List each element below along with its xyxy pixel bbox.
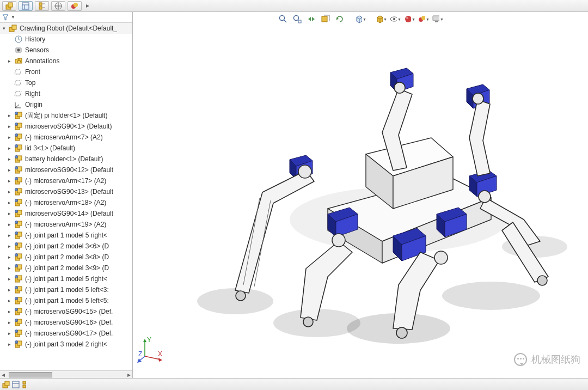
expander-icon[interactable]: ▸ bbox=[7, 58, 12, 64]
svg-rect-75 bbox=[17, 297, 22, 302]
part-icon bbox=[14, 307, 23, 316]
tree-item[interactable]: ▸(-) microservoSG90<16> (Def. bbox=[0, 317, 132, 328]
tree-item[interactable]: ▸microservoSG90<14> (Default bbox=[0, 208, 132, 219]
svg-marker-120 bbox=[143, 339, 146, 342]
scrollbar-thumb[interactable] bbox=[9, 372, 52, 377]
expander-icon[interactable]: ▸ bbox=[7, 189, 12, 194]
expander-icon[interactable]: ▾ bbox=[1, 26, 7, 31]
tab-feature-manager[interactable] bbox=[19, 1, 33, 11]
tree-item[interactable]: ▸microservoSG90<13> (Default bbox=[0, 186, 132, 197]
tree-item[interactable]: Top bbox=[0, 77, 132, 88]
svg-point-58 bbox=[15, 232, 18, 235]
filter-icon[interactable] bbox=[2, 14, 9, 21]
expander-icon[interactable]: ▸ bbox=[7, 211, 12, 216]
tree-item[interactable]: ▸(-) joint part 1 model 5 left<5: bbox=[0, 295, 132, 306]
svg-point-106 bbox=[442, 282, 540, 310]
part-icon bbox=[14, 111, 23, 120]
tree-item-label: (-) joint part 1 model 5 right< bbox=[25, 275, 107, 283]
expander-icon[interactable]: ▸ bbox=[7, 124, 12, 129]
tree-item[interactable]: Right bbox=[0, 88, 132, 99]
tree-item-label: Right bbox=[25, 90, 40, 97]
tree-item[interactable]: ▸(-) microservoSG90<17> (Def. bbox=[0, 328, 132, 339]
tree-item[interactable]: ▸(-) microservoArm<7> (A2) bbox=[0, 132, 132, 143]
tab-assembly[interactable] bbox=[2, 1, 16, 11]
tree-item[interactable]: Front bbox=[0, 66, 132, 77]
expander-icon[interactable]: ▸ bbox=[7, 178, 12, 184]
expander-icon[interactable]: ▸ bbox=[7, 135, 12, 140]
tab-expand[interactable] bbox=[84, 1, 91, 11]
svg-point-31 bbox=[15, 134, 18, 137]
expander-icon[interactable]: ▸ bbox=[7, 156, 12, 162]
tree-item[interactable]: ▸(-) microservoArm<19> (A2) bbox=[0, 219, 132, 230]
expander-icon[interactable]: ▸ bbox=[7, 167, 12, 173]
tab-property-manager[interactable] bbox=[35, 1, 49, 11]
tree-item[interactable]: ▸(-) joint part 1 model 5 right< bbox=[0, 273, 132, 284]
svg-point-98 bbox=[406, 17, 408, 19]
tree-item[interactable]: ▸microservoSG90<1> (Default) bbox=[0, 121, 132, 132]
svg-point-52 bbox=[15, 210, 18, 213]
tree-item[interactable]: ▸(-) microservoSG90<15> (Def. bbox=[0, 306, 132, 317]
tree-item[interactable]: Origin bbox=[0, 99, 132, 110]
svg-rect-39 bbox=[17, 167, 22, 171]
expander-icon[interactable]: ▸ bbox=[7, 265, 12, 271]
bottom-tab-model[interactable] bbox=[2, 381, 10, 388]
svg-rect-48 bbox=[17, 199, 22, 204]
expander-icon[interactable]: ▸ bbox=[7, 200, 12, 205]
expander-icon[interactable]: ▸ bbox=[7, 342, 12, 347]
svg-point-118 bbox=[473, 93, 483, 104]
tree-item[interactable]: ▸(-) joint part 1 model 5 left<3: bbox=[0, 284, 132, 295]
expander-icon[interactable]: ▸ bbox=[7, 113, 12, 118]
tree-item[interactable]: ▸(-) joint part 2 model 3<9> (D bbox=[0, 263, 132, 273]
expander-icon[interactable]: ▸ bbox=[7, 276, 12, 282]
tree-item[interactable]: ▸(-) joint part 1 model 5 right< bbox=[0, 230, 132, 241]
tree-item-label: (-) microservoArm<18> (A2) bbox=[25, 199, 106, 206]
expander-icon[interactable]: ▸ bbox=[7, 233, 12, 238]
graphics-viewport[interactable]: ▼▼▼▼▼▼ bbox=[133, 12, 588, 378]
tree-item-label: Sensors bbox=[25, 46, 49, 54]
tree-item[interactable]: ▸microservoSG90<12> (Default bbox=[0, 164, 132, 175]
tab-configuration-manager[interactable] bbox=[51, 1, 65, 11]
tree-item-label: (-) microservoSG90<16> (Def. bbox=[25, 319, 113, 326]
expander-icon[interactable]: ▸ bbox=[7, 287, 12, 292]
feature-tree[interactable]: ▾Crawling Robot (Default<Default_History… bbox=[0, 23, 132, 370]
svg-point-112 bbox=[537, 276, 547, 285]
tree-item-label: (-) joint part 1 model 5 right< bbox=[25, 231, 107, 239]
tree-item[interactable]: ▸(-) microservoArm<17> (A2) bbox=[0, 175, 132, 186]
bottom-tab-motion[interactable] bbox=[12, 381, 20, 388]
expander-icon[interactable]: ▸ bbox=[7, 254, 12, 260]
tree-item[interactable]: ▸(固定) pi holder<1> (Default) bbox=[0, 110, 132, 121]
svg-rect-27 bbox=[17, 123, 22, 127]
horizontal-scrollbar[interactable]: ◂ ▸ bbox=[0, 370, 132, 378]
bottom-tab-3rd[interactable] bbox=[22, 381, 29, 388]
svg-point-64 bbox=[15, 254, 18, 257]
tree-item[interactable]: ▸(-) joint part 3 model 2 right< bbox=[0, 339, 132, 350]
tree-item[interactable]: ▸(-) microservoArm<18> (A2) bbox=[0, 197, 132, 208]
tree-item[interactable]: ▸AAnnotations bbox=[0, 56, 132, 66]
tree-item-label: microservoSG90<13> (Default bbox=[25, 188, 113, 196]
tree-item[interactable]: Sensors bbox=[0, 45, 132, 56]
svg-point-37 bbox=[15, 156, 18, 159]
expander-icon[interactable]: ▸ bbox=[7, 320, 12, 325]
expander-icon[interactable]: ▸ bbox=[7, 145, 12, 151]
tree-item[interactable]: ▸(-) joint part 2 model 3<6> (D bbox=[0, 241, 132, 252]
tree-item[interactable]: ▸(-) joint part 2 model 3<8> (D bbox=[0, 252, 132, 263]
expander-icon[interactable]: ▸ bbox=[7, 331, 12, 336]
expander-icon[interactable]: ▸ bbox=[7, 243, 12, 249]
expander-icon[interactable]: ▸ bbox=[7, 309, 12, 314]
tree-root[interactable]: ▾Crawling Robot (Default<Default_ bbox=[0, 23, 132, 34]
tree-item[interactable]: ▸lid 3<1> (Default) bbox=[0, 143, 132, 154]
svg-point-114 bbox=[332, 234, 345, 247]
tree-item[interactable]: History bbox=[0, 34, 132, 45]
part-icon bbox=[14, 340, 23, 349]
part-icon bbox=[14, 166, 23, 174]
filter-dropdown-icon[interactable]: ▼ bbox=[11, 15, 15, 20]
tree-item-label: microservoSG90<1> (Default) bbox=[25, 123, 112, 130]
watermark: 机械图纸狗 bbox=[514, 353, 580, 366]
part-icon bbox=[14, 187, 23, 196]
tree-item[interactable]: ▸battery holder<1> (Default) bbox=[0, 154, 132, 164]
tab-dimxpert[interactable] bbox=[68, 1, 82, 11]
expander-icon[interactable]: ▸ bbox=[7, 222, 12, 227]
expander-icon[interactable]: ▸ bbox=[7, 298, 12, 303]
svg-rect-1 bbox=[8, 3, 13, 7]
tree-item-label: Annotations bbox=[25, 57, 59, 65]
